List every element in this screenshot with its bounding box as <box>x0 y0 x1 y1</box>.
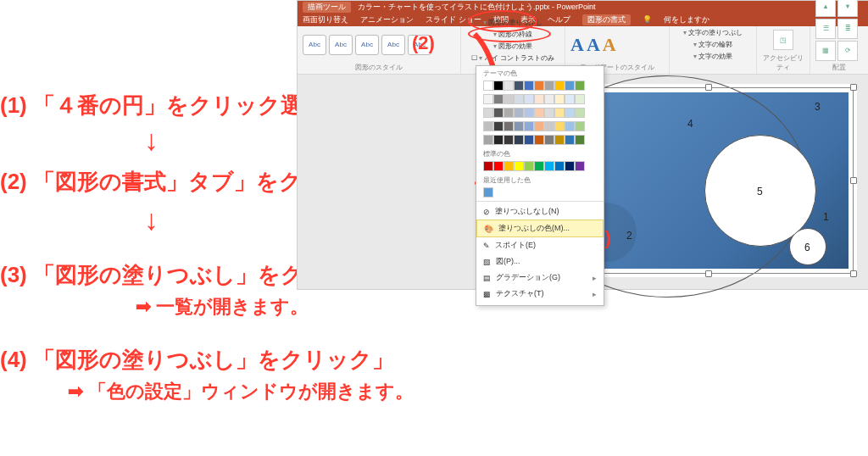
alt-text-button[interactable]: ◳ <box>773 30 793 50</box>
ribbon-group-accessibility: ◳ アクセシビリティ <box>757 26 810 74</box>
color-swatch[interactable] <box>554 108 565 118</box>
color-swatch[interactable] <box>544 135 554 145</box>
color-swatch[interactable] <box>565 121 575 131</box>
tab-transitions[interactable]: 画面切り替え <box>303 14 348 25</box>
no-fill-icon: ⊘ <box>483 208 490 216</box>
dropdown-item-picture[interactable]: ▧図(P)... <box>476 253 604 270</box>
color-swatch[interactable] <box>483 81 493 91</box>
color-swatch[interactable] <box>544 161 554 171</box>
color-swatch[interactable] <box>524 81 534 91</box>
selection-pane-button[interactable]: ☰ <box>815 19 836 39</box>
dropdown-item-texture[interactable]: ▩テクスチャ(T)▸ <box>476 286 604 302</box>
color-swatch[interactable] <box>504 94 514 104</box>
dropdown-item-more-colors[interactable]: 🎨塗りつぶしの色(M)... <box>476 220 604 237</box>
group-button[interactable]: ▦ <box>815 41 836 61</box>
color-swatch[interactable] <box>544 94 554 104</box>
color-swatch[interactable] <box>524 94 534 104</box>
color-swatch[interactable] <box>483 187 493 197</box>
dropdown-item-no-fill[interactable]: ⊘塗りつぶしなし(N) <box>476 203 604 220</box>
color-swatch[interactable] <box>575 161 585 171</box>
align-button[interactable]: ≣ <box>837 19 858 39</box>
color-swatch[interactable] <box>504 108 514 118</box>
texture-icon: ▩ <box>483 290 491 298</box>
color-swatch[interactable] <box>554 161 565 171</box>
selection-handle[interactable] <box>850 84 857 91</box>
color-swatch[interactable] <box>483 108 493 118</box>
color-swatch[interactable] <box>514 135 524 145</box>
color-swatch[interactable] <box>493 161 504 171</box>
color-swatch[interactable] <box>483 161 493 171</box>
color-swatch[interactable] <box>544 81 554 91</box>
color-swatch[interactable] <box>493 81 504 91</box>
wordart-preset[interactable]: A <box>603 34 616 56</box>
color-swatch[interactable] <box>565 135 575 145</box>
color-swatch[interactable] <box>565 81 575 91</box>
text-outline-button[interactable]: 文字の輪郭 <box>693 40 732 49</box>
shape-style-preset[interactable]: Abc <box>329 35 353 55</box>
color-swatch[interactable] <box>544 121 554 131</box>
standard-color-row <box>476 159 604 173</box>
color-swatch[interactable] <box>544 108 554 118</box>
color-swatch[interactable] <box>514 161 524 171</box>
color-swatch[interactable] <box>524 161 534 171</box>
tab-animations[interactable]: アニメーション <box>360 14 414 25</box>
color-swatch[interactable] <box>504 135 514 145</box>
color-swatch[interactable] <box>514 108 524 118</box>
color-swatch[interactable] <box>504 161 514 171</box>
color-swatch[interactable] <box>565 161 575 171</box>
tell-me-input[interactable]: 何をしますか <box>664 14 709 25</box>
color-swatch[interactable] <box>483 135 493 145</box>
color-swatch[interactable] <box>493 135 504 145</box>
shape-style-preset[interactable]: Abc <box>303 35 326 55</box>
color-swatch[interactable] <box>554 135 565 145</box>
color-swatch[interactable] <box>534 94 544 104</box>
color-swatch[interactable] <box>575 81 585 91</box>
dropdown-item-gradient[interactable]: ▤グラデーション(G)▸ <box>476 270 604 286</box>
color-swatch[interactable] <box>575 94 585 104</box>
rotate-button[interactable]: ⟳ <box>837 41 858 61</box>
color-swatch[interactable] <box>524 108 534 118</box>
selection-handle[interactable] <box>705 84 712 91</box>
shape-style-preset[interactable]: Abc <box>381 35 405 55</box>
tab-shape-format[interactable]: 図形の書式 <box>582 14 631 25</box>
color-swatch[interactable] <box>534 135 544 145</box>
color-swatch[interactable] <box>514 121 524 131</box>
color-swatch[interactable] <box>493 94 504 104</box>
color-swatch[interactable] <box>575 135 585 145</box>
color-swatch[interactable] <box>504 81 514 91</box>
color-swatch[interactable] <box>504 121 514 131</box>
color-swatch[interactable] <box>524 121 534 131</box>
dropdown-section-standard-colors: 標準の色 <box>476 147 604 159</box>
color-swatch[interactable] <box>514 81 524 91</box>
color-swatch[interactable] <box>524 135 534 145</box>
color-swatch[interactable] <box>483 94 493 104</box>
text-effects-button[interactable]: 文字の効果 <box>693 52 732 61</box>
color-swatch[interactable] <box>575 121 585 131</box>
color-swatch[interactable] <box>493 121 504 131</box>
color-swatch[interactable] <box>534 81 544 91</box>
shape-style-preset[interactable]: Abc <box>355 35 379 55</box>
color-swatch[interactable] <box>565 108 575 118</box>
picture-icon: ▧ <box>483 258 491 266</box>
selection-handle[interactable] <box>705 270 712 277</box>
down-arrow-icon: ↓ <box>144 124 159 157</box>
dropdown-item-eyedropper[interactable]: ✎スポイト(E) <box>476 237 604 253</box>
color-swatch[interactable] <box>493 108 504 118</box>
color-swatch[interactable] <box>483 121 493 131</box>
color-swatch[interactable] <box>534 121 544 131</box>
color-swatch[interactable] <box>534 108 544 118</box>
send-backward-button[interactable]: ▼ <box>837 0 858 17</box>
color-swatch[interactable] <box>565 94 575 104</box>
color-swatch[interactable] <box>554 81 565 91</box>
selection-handle[interactable] <box>850 270 857 277</box>
color-swatch[interactable] <box>575 108 585 118</box>
color-swatch[interactable] <box>514 94 524 104</box>
dropdown-section-theme-colors: テーマの色 <box>476 66 604 79</box>
color-swatch[interactable] <box>554 121 565 131</box>
bring-forward-button[interactable]: ▲ <box>815 0 836 17</box>
color-swatch[interactable] <box>534 161 544 171</box>
theme-color-row <box>476 79 604 92</box>
selection-handle[interactable] <box>850 177 857 184</box>
color-swatch[interactable] <box>554 94 565 104</box>
text-fill-button[interactable]: 文字の塗りつぶし <box>683 28 743 37</box>
